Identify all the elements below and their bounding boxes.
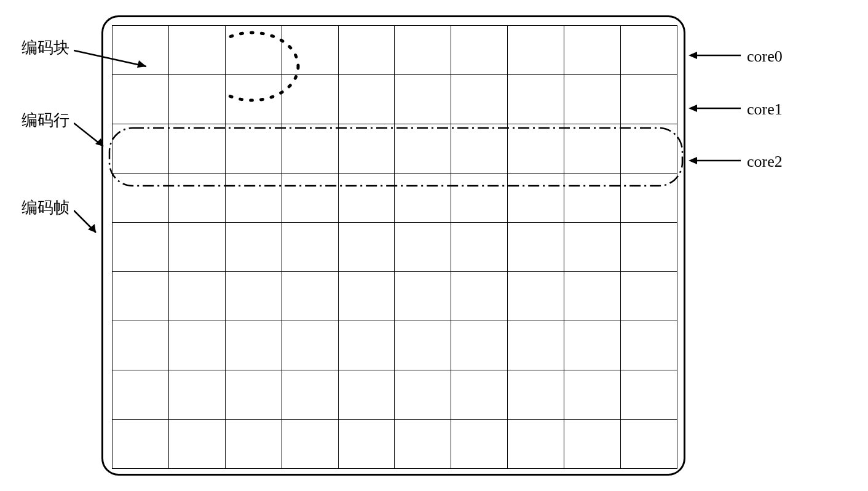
arrow-encoding-frame [74, 209, 108, 243]
table-row [112, 420, 677, 469]
svg-marker-3 [137, 60, 146, 68]
grid-table [112, 25, 677, 469]
table-row [112, 321, 677, 370]
svg-line-2 [74, 50, 146, 66]
svg-marker-9 [688, 52, 697, 59]
svg-marker-11 [688, 105, 697, 112]
arrow-core2 [688, 154, 744, 167]
arrow-encoding-row [74, 122, 117, 156]
arrow-encoding-block [74, 49, 160, 74]
label-core1: core1 [747, 100, 783, 119]
encoding-frame [101, 15, 685, 476]
table-row [112, 370, 677, 420]
label-encoding-frame: 编码帧 [22, 197, 69, 218]
grid-body [112, 26, 677, 469]
label-encoding-block: 编码块 [22, 37, 69, 58]
table-row [112, 75, 677, 124]
encoding-row-highlight [108, 126, 684, 188]
svg-rect-1 [109, 128, 682, 186]
arrow-core1 [688, 102, 744, 114]
diagram-container: 编码块 编码行 编码帧 core0 core1 core2 [12, 12, 856, 479]
label-encoding-row: 编码行 [22, 110, 69, 131]
table-row [112, 26, 677, 75]
svg-point-0 [227, 33, 298, 100]
table-row [112, 223, 677, 272]
svg-marker-13 [688, 157, 697, 164]
label-core2: core2 [747, 153, 783, 171]
encoding-block-highlight [227, 31, 338, 105]
label-core0: core0 [747, 47, 783, 66]
arrow-core0 [688, 49, 744, 62]
table-row [112, 272, 677, 321]
svg-marker-5 [95, 138, 103, 146]
